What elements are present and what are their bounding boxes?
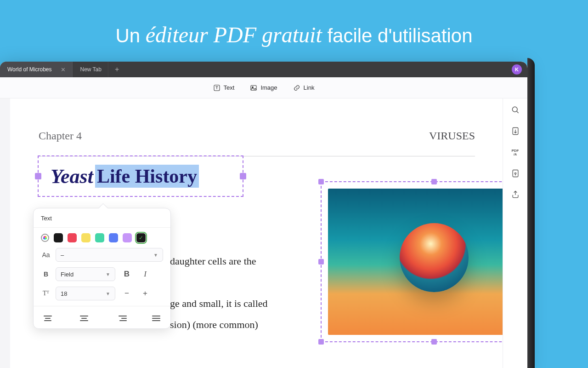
workspace: Chapter 4 VIRUSES Yeast Life History Tex… xyxy=(0,98,503,368)
swatch-red[interactable] xyxy=(68,233,77,242)
search-icon[interactable] xyxy=(510,105,520,115)
svg-rect-5 xyxy=(513,170,518,177)
resize-handle-icon[interactable] xyxy=(431,179,437,184)
tab-label: World of Microbes xyxy=(7,66,51,73)
popover-title: Text xyxy=(41,215,163,222)
body-text: xxxxxxxxxxxxxxxxxxxxxxxxxxdaughter cells… xyxy=(39,252,314,337)
resize-handle-icon[interactable] xyxy=(431,339,437,345)
tab-active[interactable]: World of Microbes ✕ xyxy=(0,62,73,77)
close-icon[interactable]: ✕ xyxy=(61,66,66,73)
resize-handle-icon[interactable] xyxy=(318,179,324,184)
svg-rect-1 xyxy=(251,85,256,90)
tab-inactive[interactable]: New Tab xyxy=(73,62,108,77)
device-frame-edge xyxy=(527,58,535,368)
svg-point-6 xyxy=(514,172,516,174)
image-icon xyxy=(250,84,257,92)
chapter-label: Chapter 4 xyxy=(39,130,82,142)
user-avatar[interactable]: K xyxy=(512,64,522,75)
resize-handle-icon[interactable] xyxy=(318,339,324,345)
tab-label: New Tab xyxy=(80,66,101,73)
swatch-purple[interactable] xyxy=(123,233,132,242)
image-selection-box[interactable] xyxy=(321,181,527,342)
app-window: World of Microbes ✕ New Tab + K Text Ima… xyxy=(0,62,527,368)
inserted-image xyxy=(328,189,527,335)
swatch-custom[interactable]: ✓ xyxy=(136,233,146,242)
text-selection-box[interactable]: Yeast Life History xyxy=(38,155,243,197)
tab-strip: World of Microbes ✕ New Tab + K xyxy=(0,62,527,77)
title-word-1: Yeast xyxy=(51,165,93,188)
swatch-yellow[interactable] xyxy=(81,233,90,242)
svg-point-3 xyxy=(512,107,517,112)
title-word-2-selected: Life History xyxy=(95,165,199,188)
tool-link[interactable]: Link xyxy=(293,84,315,92)
resize-handle-left[interactable] xyxy=(35,173,41,179)
tool-text[interactable]: Text xyxy=(213,84,235,92)
swatch-teal[interactable] xyxy=(95,233,104,242)
color-picker-icon[interactable] xyxy=(41,234,49,242)
edit-toolbar: Text Image Link xyxy=(0,77,527,98)
pdf-page: Chapter 4 VIRUSES Yeast Life History Tex… xyxy=(10,98,503,368)
right-sidebar: PDF/A xyxy=(503,98,527,368)
swatch-black[interactable] xyxy=(54,233,63,242)
tool-image[interactable]: Image xyxy=(250,84,277,92)
pdfa-icon[interactable]: PDF/A xyxy=(510,147,520,157)
section-label: VIRUSES xyxy=(429,130,475,142)
protect-icon[interactable] xyxy=(510,168,520,178)
new-tab-button[interactable]: + xyxy=(108,62,125,77)
page-header: Chapter 4 VIRUSES xyxy=(39,130,475,156)
resize-handle-right[interactable] xyxy=(240,173,246,179)
convert-icon[interactable] xyxy=(510,126,520,136)
marketing-headline: Un éditeur PDF gratuit facile d'utilisat… xyxy=(0,0,588,47)
text-icon xyxy=(213,84,220,92)
resize-handle-icon[interactable] xyxy=(318,259,324,264)
color-row: ✓ xyxy=(41,233,163,242)
share-icon[interactable] xyxy=(510,190,520,200)
swatch-blue[interactable] xyxy=(109,233,118,242)
sphere-graphic xyxy=(400,223,469,292)
link-icon xyxy=(293,84,300,92)
